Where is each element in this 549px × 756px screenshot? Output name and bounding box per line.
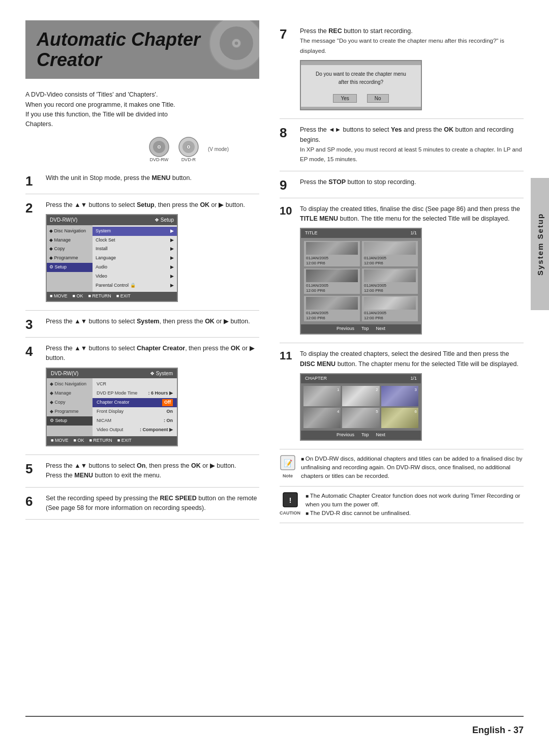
step-3-content: Press the ▲▼ buttons to select System, t… [46,317,259,326]
chapter-menu-header: CHAPTER 1/1 [301,374,421,383]
step-5-content: Press the ▲▼ buttons to select On, then … [46,461,259,481]
cmm-previous: Previous [337,432,354,439]
step-7-content: Press the REC button to start recording.… [300,26,524,112]
step-5: 5 Press the ▲▼ buttons to select On, the… [25,455,259,488]
step-9-content: Press the STOP button to stop recording. [300,177,524,187]
title-menu-grid: 01JAN/200512:00 PR6 01JAN/200512:00 PR6 … [301,238,421,324]
dvdrw-label: DVD-RW [149,157,168,162]
title-block: Automatic Chapter Creator [25,20,259,79]
step-2: 2 Press the ▲▼ buttons to select Setup, … [25,194,259,311]
dialog-top-bar [301,61,421,65]
menu-language: Language▶ [93,254,177,263]
chapter-cell-6: 6 [381,408,418,428]
svg-text:!: ! [289,496,291,504]
step-2-num: 2 [25,200,40,215]
sys-footer-move: ■ MOVE [51,437,68,444]
title-cell-4: 01JAN/200512:00 PR6 [362,268,418,294]
menu-audio: Audio▶ [93,263,177,272]
dvdrw-icon-wrap: DVD-RW [149,137,169,162]
setup-screen-left: ◆ Disc Navigation ◆ Manage ◆ Copy ◆ Prog… [47,225,93,292]
title-label-2: 01JAN/200512:00 PR6 [364,256,416,265]
sys-nav-manage: ◆ Manage [47,389,93,398]
note-content: On DVD-RW discs, additional chapters and… [301,455,524,481]
sys-footer-exit: ■ EXIT [117,437,132,444]
footer-ok: ■ OK [72,293,83,300]
system-screen-footer: ■ MOVE ■ OK ■ RETURN ■ EXIT [47,436,177,445]
step-7-sub: The message "Do you want to create the c… [300,38,504,53]
footer-return: ■ RETURN [88,293,111,300]
left-column: Automatic Chapter Creator A DVD-Video co… [25,20,259,711]
sys-front-display: Front DisplayOn [93,407,177,416]
setup-screen-setting: ❖ Setup [155,216,174,224]
title-label-6: 01JAN/200512:00 PR6 [364,311,416,320]
nav-manage: ◆ Manage [47,236,93,245]
nav-setup: ⚙ Setup [47,263,93,272]
title-menu-screen: TITLE 1/1 01JAN/200512:00 PR6 01JAN/2005… [300,228,422,335]
caution-icon: ! [282,492,298,508]
title-menu-footer: Previous Top Next [301,324,421,334]
dvdrw-icon [149,137,169,157]
dialog-body: Do you want to create the chapter menuaf… [301,65,421,91]
cmm-top: Top [361,432,369,439]
sys-nav-setup: ⚙ Setup [47,416,93,426]
step-9: 9 Press the STOP button to stop recordin… [280,171,524,198]
description-text: A DVD-Video consists of 'Titles' and 'Ch… [25,90,259,130]
step-11: 11 To display the created chapters, sele… [280,343,524,449]
page-container: System Setup Automatic Chapter Creator [0,0,549,756]
dvdr-icon [178,137,199,157]
dvdr-label: DVD-R [181,157,196,162]
step-3: 3 Press the ▲▼ buttons to select System,… [25,311,259,338]
step-2-content: Press the ▲▼ buttons to select Setup, th… [46,200,259,304]
chapter-num-1: 1 [337,387,339,393]
title-thumb-5 [306,297,358,310]
menu-clock-set: Clock Set▶ [93,236,177,245]
setup-screen: DVD-RW(V) ❖ Setup ◆ Disc Navigation ◆ Ma… [46,214,178,302]
tmm-top: Top [361,325,369,332]
caution-label: CAUTION [280,510,300,517]
step-6-num: 6 [25,494,40,508]
step-10-content: To display the created titles, finalise … [300,204,524,337]
chapter-menu-grid: 1 2 3 4 5 [301,383,421,431]
step-8: 8 Press the ◄► buttons to select Yes and… [280,119,524,171]
tmm-previous: Previous [337,325,354,332]
chapter-num-2: 2 [376,387,378,393]
sys-nav-programme: ◆ Programme [47,407,93,416]
mode-label: (V mode) [208,146,229,152]
title-menu-label: TITLE [305,230,318,237]
chapter-dialog: Do you want to create the chapter menuaf… [300,60,422,110]
step-11-content: To display the created chapters, select … [300,349,524,443]
system-screen-body: ◆ Disc Navigation ◆ Manage ◆ Copy ◆ Prog… [47,378,177,436]
right-column: 7 Press the REC button to start recordin… [280,20,524,711]
chapter-cell-2: 2 [342,386,379,406]
footer-exit: ■ EXIT [116,293,131,300]
sys-footer-return: ■ RETURN [89,437,112,444]
page-number: English - 37 [472,725,524,736]
nav-programme: ◆ Programme [47,254,93,263]
sys-device: DVD-RW(V) [51,370,78,378]
chapter-menu-label: CHAPTER [305,375,327,382]
setup-screen-device: DVD-RW(V) [50,216,77,224]
note-box: 📝 Note On DVD-RW discs, additional chapt… [280,449,524,487]
dialog-no-button[interactable]: No [367,94,389,103]
dvdr-icon-wrap: DVD-R [178,137,199,162]
caution-item-2: The DVD-R disc cannot be unfinalised. [306,509,524,518]
chapter-num-3: 3 [415,387,417,393]
dialog-yes-button[interactable]: Yes [333,94,356,103]
svg-point-7 [158,146,160,147]
disc-icons-row: DVD-RW DVD-R (V mode) [25,137,259,162]
svg-text:📝: 📝 [284,459,293,468]
setup-screen-footer: ■ MOVE ■ OK ■ RETURN ■ EXIT [47,292,177,301]
sys-chapter-creator: Chapter CreatorOff [93,398,177,407]
menu-parental: Parental Control 🔒▶ [93,281,177,290]
menu-install: Install▶ [93,245,177,254]
title-cell-3: 01JAN/200512:00 PR6 [304,268,360,294]
sys-footer-ok: ■ OK [73,437,84,444]
title-cell-2: 01JAN/200512:00 PR6 [362,241,418,266]
note-label: Note [283,473,293,480]
step-1: 1 With the unit in Stop mode, press the … [25,167,259,194]
step-8-content: Press the ◄► buttons to select Yes and p… [300,125,524,165]
caution-box: ! CAUTION The Automatic Chapter Creator … [280,487,524,524]
title-label-5: 01JAN/200512:00 PR6 [306,311,358,320]
page-footer: English - 37 [25,716,524,736]
svg-point-11 [188,146,189,147]
